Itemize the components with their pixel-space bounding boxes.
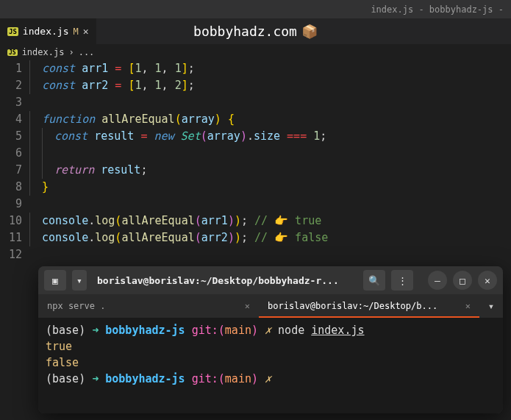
- minimize-button[interactable]: –: [428, 271, 447, 290]
- terminal-line: (base) ➜ bobbyhadz-js git:(main) ✗: [46, 371, 496, 387]
- line-number: 3: [0, 94, 22, 111]
- terminal-line: (base) ➜ bobbyhadz-js git:(main) ✗ node …: [46, 322, 496, 338]
- line-number: 1: [0, 60, 22, 77]
- watermark: bobbyhadz.com 📦: [193, 24, 318, 39]
- terminal-tab-serve[interactable]: npx serve . ✕: [38, 294, 259, 318]
- line-gutter: 1 2 3 4 5 6 7 8 9 10 11 12: [0, 60, 29, 263]
- code-area[interactable]: const arr1 = [1, 1, 1]; const arr2 = [1,…: [29, 60, 511, 263]
- chevron-right-icon: ›: [68, 47, 74, 57]
- close-icon: ✕: [485, 275, 490, 286]
- line-number: 5: [0, 128, 22, 145]
- editor-tab-indexjs[interactable]: JS index.js M ✕: [0, 18, 96, 44]
- search-button[interactable]: 🔍: [363, 270, 385, 291]
- code-line: const arr1 = [1, 1, 1];: [29, 60, 511, 77]
- close-icon[interactable]: ✕: [239, 301, 250, 311]
- line-number: 7: [0, 162, 22, 179]
- js-file-icon: JS: [7, 27, 18, 36]
- search-icon: 🔍: [368, 275, 380, 286]
- close-button[interactable]: ✕: [478, 271, 497, 290]
- line-number: 4: [0, 111, 22, 128]
- terminal-window: ▣ ▾ borislav@borislav:~/Desktop/bobbyhad…: [38, 266, 503, 413]
- minimize-icon: –: [435, 275, 440, 286]
- chevron-down-icon: ▾: [76, 275, 82, 286]
- terminal-tab-bar: npx serve . ✕ borislav@borislav:~/Deskto…: [38, 294, 503, 318]
- terminal-tab-label: borislav@borislav:~/Desktop/b...: [268, 301, 460, 311]
- code-line: [29, 196, 511, 213]
- terminal-tab-label: npx serve .: [47, 301, 239, 311]
- maximize-icon: □: [460, 275, 465, 286]
- code-line: }: [29, 179, 511, 196]
- watermark-text: bobbyhadz.com: [193, 24, 297, 39]
- new-tab-button[interactable]: ▣: [44, 270, 66, 291]
- menu-icon: ⋮: [398, 275, 407, 286]
- line-number: 10: [0, 213, 22, 229]
- breadcrumb-file[interactable]: index.js: [22, 47, 65, 57]
- line-number: 11: [0, 229, 22, 246]
- terminal-title: borislav@borislav:~/Desktop/bobbyhadz-r.…: [93, 275, 357, 286]
- line-number: 6: [0, 145, 22, 162]
- maximize-button[interactable]: □: [453, 271, 472, 290]
- breadcrumb-more[interactable]: ...: [79, 47, 95, 57]
- vscode-title-bar: index.js - bobbyhadz-js -: [0, 0, 511, 18]
- window-title: index.js - bobbyhadz-js -: [371, 4, 504, 15]
- new-tab-icon: ▣: [52, 275, 58, 286]
- editor: 1 2 3 4 5 6 7 8 9 10 11 12 const arr1 = …: [0, 60, 511, 263]
- code-line: console.log(allAreEqual(arr1)); // 👉️ tr…: [29, 213, 511, 229]
- editor-tab-bar: JS index.js M ✕ bobbyhadz.com 📦: [0, 18, 511, 44]
- code-line: console.log(allAreEqual(arr2)); // 👉️ fa…: [29, 229, 511, 246]
- menu-button[interactable]: ⋮: [391, 270, 413, 291]
- code-line: return result;: [29, 162, 511, 179]
- terminal-tab-shell[interactable]: borislav@borislav:~/Desktop/b... ✕: [259, 294, 479, 318]
- new-tab-dropdown[interactable]: ▾: [72, 270, 87, 291]
- terminal-line: false: [46, 355, 496, 371]
- breadcrumb[interactable]: JS index.js › ...: [0, 44, 511, 60]
- code-line: [29, 94, 511, 111]
- close-icon[interactable]: ✕: [460, 301, 471, 311]
- terminal-title-bar[interactable]: ▣ ▾ borislav@borislav:~/Desktop/bobbyhad…: [38, 266, 503, 294]
- line-number: 2: [0, 77, 22, 94]
- terminal-line: true: [46, 338, 496, 355]
- close-icon[interactable]: ✕: [83, 26, 89, 37]
- line-number: 8: [0, 179, 22, 196]
- tab-filename: index.js: [23, 26, 69, 37]
- code-line: const arr2 = [1, 1, 2];: [29, 77, 511, 94]
- code-line: [29, 145, 511, 162]
- code-line: [29, 246, 511, 263]
- line-number: 9: [0, 196, 22, 213]
- code-line: const result = new Set(array).size === 1…: [29, 128, 511, 145]
- code-line: function allAreEqual(array) {: [29, 111, 511, 128]
- js-file-icon: JS: [7, 49, 18, 56]
- box-icon: 📦: [301, 24, 318, 39]
- terminal-body[interactable]: (base) ➜ bobbyhadz-js git:(main) ✗ node …: [38, 318, 503, 413]
- terminal-tab-dropdown[interactable]: ▾: [479, 294, 503, 318]
- line-number: 12: [0, 246, 22, 263]
- chevron-down-icon: ▾: [488, 300, 494, 312]
- modified-indicator: M: [73, 26, 78, 37]
